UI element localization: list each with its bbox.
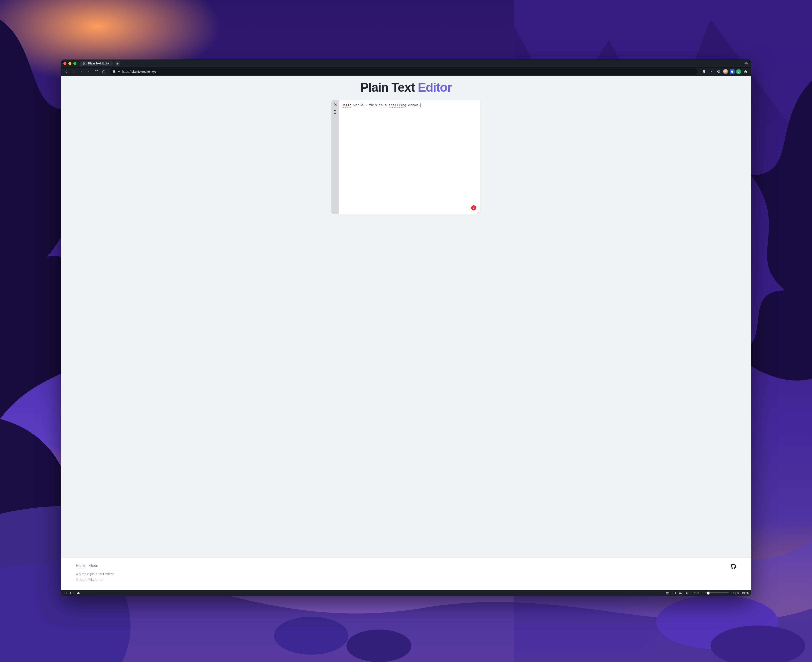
svg-point-12 — [667, 593, 668, 594]
nav-first-button[interactable] — [79, 69, 84, 75]
zoom-slider-thumb[interactable] — [707, 591, 709, 595]
editor-side-rail — [332, 100, 339, 214]
zoom-reset-button[interactable]: Reset — [692, 591, 699, 595]
grammarly-error-badge[interactable]: 2 — [471, 205, 476, 210]
page-title: Plain Text Editor — [61, 76, 751, 100]
nav-forward-button[interactable] — [71, 69, 77, 75]
window-zoom-button[interactable] — [74, 62, 76, 65]
github-icon — [730, 564, 736, 569]
minus-icon — [701, 592, 704, 594]
zoom-slider[interactable] — [701, 592, 729, 594]
image-icon[interactable] — [679, 591, 683, 595]
svg-rect-5 — [118, 71, 120, 73]
home-button[interactable] — [101, 69, 107, 75]
url-text: https://plaintexteditor.xyz — [122, 70, 156, 74]
svg-point-0 — [274, 617, 348, 655]
browser-status-bar: Reset 100 % 19:36 — [61, 590, 751, 596]
page-main: Plain Text Editor Hello world - this is … — [61, 76, 751, 558]
footer-link-about[interactable]: About — [89, 564, 98, 568]
window-close-button[interactable] — [63, 62, 66, 65]
shield-icon — [112, 70, 116, 73]
extension-bitwarden-icon[interactable] — [730, 69, 735, 74]
collapse-sidebar-button[interactable] — [333, 102, 337, 107]
new-tab-button[interactable] — [115, 61, 120, 66]
svg-rect-13 — [673, 592, 676, 594]
zoom-level-label: 100 % — [731, 591, 739, 595]
browser-toolbar: https://plaintexteditor.xyz — [61, 67, 751, 76]
error-count: 2 — [473, 206, 474, 209]
svg-point-6 — [717, 71, 720, 73]
camera-icon[interactable] — [666, 591, 670, 595]
pencil-square-icon — [83, 62, 87, 65]
extensions-puzzle-icon[interactable] — [743, 69, 749, 75]
browser-tab-bar: Plain Text Editor — [61, 60, 751, 67]
browser-window: Plain Text Editor — [61, 60, 751, 596]
svg-point-1 — [347, 630, 411, 662]
cloud-icon — [744, 61, 749, 66]
footer-tagline: A simple plain text editor. — [76, 571, 115, 577]
bookmark-icon[interactable] — [701, 69, 707, 75]
panel-icon[interactable] — [672, 591, 676, 595]
clipboard-button[interactable] — [333, 110, 337, 114]
svg-rect-11 — [666, 592, 669, 594]
browser-tab[interactable]: Plain Text Editor — [80, 61, 113, 66]
cloud-sync-icon[interactable] — [76, 591, 80, 595]
editor-text-segment: spellling — [388, 103, 406, 107]
window-controls — [63, 62, 76, 65]
text-caret — [420, 103, 420, 107]
nav-last-button[interactable] — [86, 69, 92, 75]
editor-textarea[interactable]: Hello world - this is a spellling error. — [339, 100, 480, 214]
github-link[interactable] — [730, 564, 736, 570]
resize-grip-icon[interactable] — [477, 210, 480, 213]
editor-text-segment: world - this is a — [351, 103, 389, 107]
page-footer: HomeAbout A simple plain text editor. © … — [61, 558, 751, 590]
browser-tab-title: Plain Text Editor — [88, 62, 110, 65]
search-button[interactable] — [716, 69, 722, 75]
page-viewport: Plain Text Editor Hello world - this is … — [61, 76, 751, 590]
editor-area: Hello world - this is a spellling error.… — [339, 100, 480, 214]
status-time: 19:36 — [742, 591, 749, 595]
editor-text-segment: Hello — [342, 103, 351, 107]
lock-icon — [117, 70, 120, 73]
url-bar[interactable]: https://plaintexteditor.xyz — [110, 68, 698, 75]
footer-link-home[interactable]: Home — [76, 564, 85, 568]
svg-rect-9 — [64, 592, 67, 594]
dropdown-caret-icon[interactable] — [708, 69, 714, 75]
reload-button[interactable] — [93, 69, 99, 75]
zoom-slider-track[interactable] — [705, 593, 729, 593]
panel-left-icon[interactable] — [63, 591, 67, 595]
footer-copyright: © Sam Edwardes — [76, 577, 115, 583]
footer-left: HomeAbout A simple plain text editor. © … — [76, 564, 115, 583]
code-icon[interactable] — [685, 591, 689, 595]
profile-avatar[interactable] — [723, 69, 728, 74]
nav-back-button[interactable] — [63, 69, 69, 75]
panel-split-icon[interactable] — [70, 591, 74, 595]
extension-grammarly-icon[interactable] — [736, 69, 741, 74]
editor-text-segment: error. — [406, 103, 420, 107]
footer-links: HomeAbout — [76, 564, 115, 568]
window-minimize-button[interactable] — [68, 62, 71, 65]
svg-rect-4 — [83, 62, 86, 65]
editor-container: Hello world - this is a spellling error.… — [332, 100, 480, 214]
